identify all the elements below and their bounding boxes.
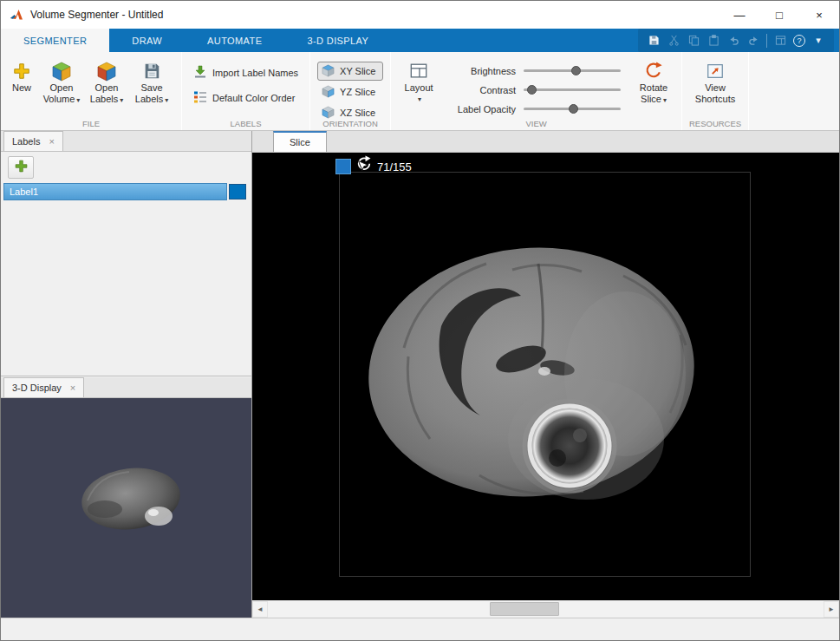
layout-windows-icon[interactable] xyxy=(773,34,787,48)
default-color-order-icon xyxy=(193,90,207,106)
redo-icon[interactable] xyxy=(746,34,760,48)
yz-slice-cube-icon xyxy=(322,85,335,100)
tab-slice[interactable]: Slice xyxy=(273,131,327,152)
open-labels-cube-icon xyxy=(96,59,117,82)
layout-button[interactable]: Layout ▾ xyxy=(398,56,440,105)
view-shortcuts-button[interactable]: View Shortcuts xyxy=(689,56,741,105)
import-label-names-button[interactable]: Import Label Names xyxy=(189,63,303,82)
toolstrip: New Open Volume▾ Open Labels▾ S xyxy=(1,52,839,131)
scrollbar-thumb[interactable] xyxy=(490,602,559,616)
horizontal-scrollbar[interactable]: ◄ ► xyxy=(252,600,839,618)
section-caption-resources: RESOURCES xyxy=(682,119,748,128)
dropdown-arrow-icon: ▾ xyxy=(76,96,80,104)
slice-viewport[interactable]: 71/155 xyxy=(252,153,839,600)
layout-grid-icon xyxy=(409,59,428,82)
new-label: New xyxy=(12,82,31,94)
rotate-slice-button[interactable]: Rotate Slice▾ xyxy=(633,56,674,106)
display-3d-tab-label: 3-D Display xyxy=(12,383,62,393)
labels-panel-tabs: Labels × xyxy=(1,131,251,152)
tab-3d-display[interactable]: 3-D DISPLAY xyxy=(284,29,391,52)
slider-thumb[interactable] xyxy=(527,85,537,95)
section-caption-labels: LABELS xyxy=(182,119,309,128)
xy-slice-label: XY Slice xyxy=(340,66,375,76)
slice-marker xyxy=(335,159,351,174)
copy-icon[interactable] xyxy=(687,34,700,48)
display-3d-panel-tabs: 3-D Display × xyxy=(1,377,251,398)
new-button[interactable]: New xyxy=(4,56,39,94)
open-labels-label-2: Labels▾ xyxy=(90,94,123,106)
volume-segmenter-window: Volume Segmenter - Untitled — □ × SEGMEN… xyxy=(0,0,840,641)
chevron-down-icon[interactable]: ▾ xyxy=(811,34,825,48)
tab-labels[interactable]: Labels × xyxy=(3,131,63,151)
save-icon[interactable] xyxy=(647,34,661,48)
maximize-button[interactable]: □ xyxy=(759,1,799,29)
open-labels-label-1: Open xyxy=(95,82,119,94)
xy-slice-toggle[interactable]: XY Slice xyxy=(317,62,383,81)
slider-thumb[interactable] xyxy=(571,66,581,75)
minimize-button[interactable]: — xyxy=(720,1,759,29)
labels-tab-label: Labels xyxy=(12,136,40,147)
label-list-item[interactable]: Label1 xyxy=(3,183,246,200)
status-bar xyxy=(1,618,839,640)
open-labels-button[interactable]: Open Labels▾ xyxy=(84,56,129,106)
section-file: New Open Volume▾ Open Labels▾ S xyxy=(1,52,181,130)
section-caption-view: VIEW xyxy=(391,119,681,128)
section-caption-file: FILE xyxy=(1,119,181,128)
label-color-swatch[interactable] xyxy=(229,184,246,199)
view-shortcuts-label-2: Shortcuts xyxy=(695,94,735,105)
matlab-logo-icon xyxy=(10,8,23,22)
close-icon[interactable]: × xyxy=(70,383,75,392)
toolbar-separator xyxy=(766,34,767,48)
open-volume-label-2: Volume▾ xyxy=(43,94,81,106)
label-opacity-label: Label Opacity xyxy=(448,104,516,114)
main-panel: Slice 71/155 xyxy=(252,131,839,618)
slider-thumb[interactable] xyxy=(569,104,578,114)
yz-slice-toggle[interactable]: YZ Slice xyxy=(317,82,383,101)
save-labels-label-2: Labels▾ xyxy=(135,94,168,106)
rotate-slice-icon xyxy=(644,59,663,82)
volume-3d-render xyxy=(1,398,251,618)
slider-track[interactable] xyxy=(524,88,621,91)
xz-slice-cube-icon xyxy=(322,106,335,121)
slice-indicator: 71/155 xyxy=(335,155,412,178)
close-icon[interactable]: × xyxy=(49,137,54,146)
yz-slice-label: YZ Slice xyxy=(340,87,375,97)
mri-slice-image xyxy=(252,153,839,600)
brightness-slider[interactable] xyxy=(524,65,621,76)
save-floppy-icon xyxy=(142,59,161,82)
open-volume-button[interactable]: Open Volume▾ xyxy=(39,56,84,106)
dropdown-arrow-icon: ▾ xyxy=(663,96,667,104)
title-bar: Volume Segmenter - Untitled — □ × xyxy=(1,1,839,29)
contrast-slider[interactable] xyxy=(524,84,621,95)
add-label-button[interactable] xyxy=(8,156,34,179)
scroll-left-button[interactable]: ◄ xyxy=(252,601,268,618)
contrast-label: Contrast xyxy=(448,85,516,95)
scrollbar-track[interactable] xyxy=(268,601,824,618)
close-button[interactable]: × xyxy=(799,1,839,29)
save-labels-button[interactable]: Save Labels▾ xyxy=(129,56,174,106)
label-item-name[interactable]: Label1 xyxy=(3,183,227,200)
rotate-slice-label-1: Rotate xyxy=(640,82,667,94)
tab-draw[interactable]: DRAW xyxy=(109,29,185,52)
default-color-order-button[interactable]: Default Color Order xyxy=(189,88,303,108)
tab-segmenter[interactable]: SEGMENTER xyxy=(1,29,109,52)
import-label-names-label: Import Label Names xyxy=(212,68,298,78)
cut-icon[interactable] xyxy=(667,34,680,48)
section-caption-orientation: ORIENTATION xyxy=(310,119,390,128)
scroll-right-button[interactable]: ► xyxy=(824,601,839,618)
labels-panel: Labels × Label1 xyxy=(1,131,251,376)
section-resources: View Shortcuts RESOURCES xyxy=(682,52,748,130)
quick-access-toolbar: ? ▾ xyxy=(638,29,834,52)
xz-slice-label: XZ Slice xyxy=(340,108,375,118)
volume-3d-viewport[interactable] xyxy=(1,398,251,618)
paste-icon[interactable] xyxy=(707,34,720,48)
tab-automate[interactable]: AUTOMATE xyxy=(185,29,284,52)
tab-3d-display-panel[interactable]: 3-D Display × xyxy=(3,377,84,397)
label-opacity-slider[interactable] xyxy=(524,103,621,114)
default-color-order-label: Default Color Order xyxy=(212,93,295,103)
help-icon[interactable]: ? xyxy=(793,35,805,47)
dropdown-arrow-icon: ▾ xyxy=(418,94,421,105)
new-plus-icon xyxy=(12,59,31,82)
undo-icon[interactable] xyxy=(726,34,740,48)
import-labels-icon xyxy=(193,65,207,81)
